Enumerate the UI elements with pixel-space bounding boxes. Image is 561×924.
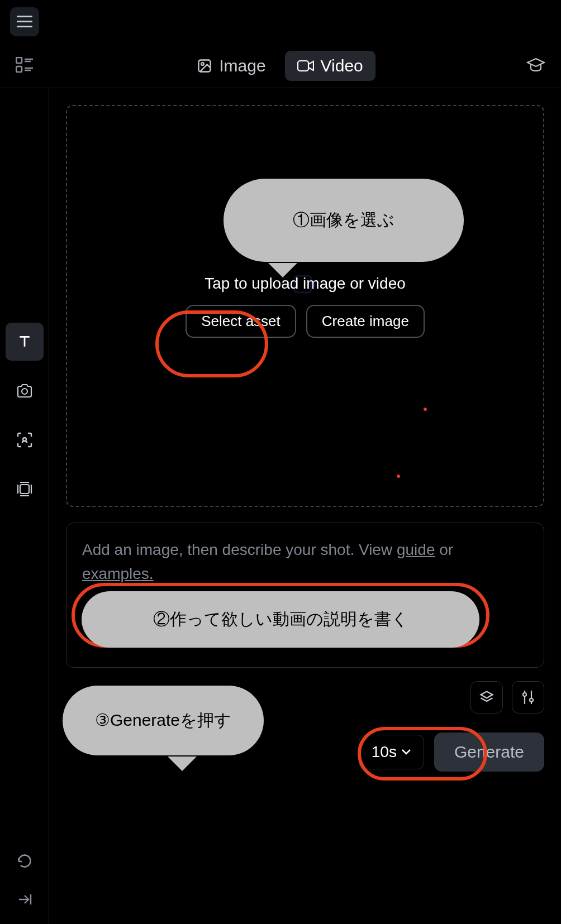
hamburger-icon [17,16,32,28]
guide-link[interactable]: guide [397,541,435,558]
annotation-dot [424,408,427,411]
svg-rect-6 [16,66,22,72]
refresh-icon [17,854,32,869]
left-sidebar [0,88,49,924]
create-image-button[interactable]: Create image [306,305,425,338]
annotation-dot [397,475,400,478]
generate-button[interactable]: Generate [434,733,544,772]
layers-button[interactable] [470,681,503,714]
svg-point-12 [22,389,27,394]
settings-sliders-button[interactable] [512,681,544,714]
prompt-placeholder-prefix: Add an image, then describe your shot. V… [82,541,397,558]
focus-icon [16,432,33,448]
text-icon [16,333,33,350]
graduation-cap-icon [526,58,545,72]
options-row [66,681,544,714]
mode-tabs-row: Image Video [0,44,561,88]
camera-icon [16,384,33,398]
layers-icon [479,690,495,705]
examples-link[interactable]: examples. [82,565,154,582]
duration-value: 10s [372,743,397,761]
list-view-button[interactable] [16,57,34,75]
main-area: Tap to upload image or video Select asse… [0,88,561,924]
duration-select[interactable]: 10s [359,735,424,769]
generate-row: 10s Generate [66,729,544,775]
video-icon [297,59,314,73]
content-panel: Tap to upload image or video Select asse… [49,88,561,924]
image-icon [197,58,212,74]
layers-square-icon [16,481,33,497]
menu-button[interactable] [10,7,39,36]
mode-tabs: Image Video [184,51,375,81]
chevron-down-icon [401,749,411,755]
top-bar [0,0,561,44]
sidebar-item-frames[interactable] [6,470,44,508]
tab-video[interactable]: Video [285,51,375,81]
sidebar-item-focus[interactable] [6,421,44,459]
select-asset-button[interactable]: Select asset [186,305,296,338]
sidebar-item-text[interactable] [6,323,44,361]
upload-dropzone[interactable]: Tap to upload image or video Select asse… [66,105,544,507]
svg-point-10 [201,63,204,65]
svg-rect-11 [298,61,308,71]
svg-rect-16 [294,276,311,293]
tab-image[interactable]: Image [184,51,278,81]
svg-rect-14 [20,485,29,494]
sliders-icon [521,690,535,705]
prompt-input[interactable]: Add an image, then describe your shot. V… [66,523,544,668]
svg-rect-1 [17,21,32,22]
svg-point-20 [530,698,533,702]
collapse-right-icon [17,893,32,906]
svg-rect-0 [17,16,32,17]
svg-rect-3 [16,58,22,63]
tab-video-label: Video [321,56,363,75]
add-image-icon [292,274,318,299]
list-icon [16,57,34,73]
tab-image-label: Image [219,56,265,75]
svg-point-18 [523,693,526,696]
svg-rect-2 [17,26,32,27]
sidebar-item-camera[interactable] [6,372,44,410]
prompt-placeholder-mid: or [435,541,453,558]
sidebar-collapse[interactable] [11,886,38,913]
learn-button[interactable] [526,58,545,74]
sidebar-refresh[interactable] [11,848,38,875]
